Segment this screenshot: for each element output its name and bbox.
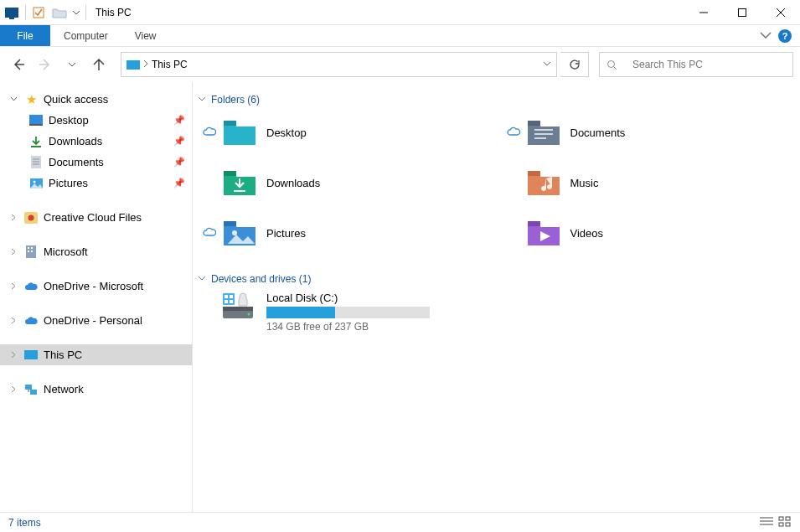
back-button[interactable] [7, 53, 30, 76]
svg-rect-7 [29, 115, 43, 124]
pin-icon: 📌 [173, 136, 185, 147]
pictures-icon [28, 176, 44, 191]
nav-quick-access[interactable]: ★ Quick access [0, 89, 192, 110]
nav-onedrive-personal[interactable]: OneDrive - Personal [0, 310, 192, 331]
forward-button[interactable] [34, 53, 57, 76]
navigation-pane: ★ Quick access Desktop 📌 Downloads 📌 Doc… [0, 82, 193, 512]
group-header-folders[interactable]: Folders (6) [193, 89, 788, 112]
nav-item-label: This PC [44, 349, 82, 361]
nav-creative-cloud[interactable]: Creative Cloud Files [0, 207, 192, 228]
nav-this-pc[interactable]: This PC [0, 344, 192, 365]
svg-rect-30 [534, 137, 546, 139]
large-icons-view-button[interactable] [778, 516, 792, 529]
nav-network[interactable]: Network [0, 379, 192, 400]
creative-cloud-icon [23, 210, 39, 225]
star-icon: ★ [23, 92, 39, 107]
folder-item-music[interactable]: Music [502, 163, 789, 203]
onedrive-icon [23, 279, 39, 294]
svg-rect-33 [224, 221, 236, 226]
nav-item-label: Microsoft [44, 245, 88, 258]
svg-rect-47 [779, 517, 783, 520]
refresh-button[interactable] [560, 52, 589, 77]
nav-quick-pictures[interactable]: Pictures 📌 [0, 173, 192, 194]
chevron-down-icon [68, 60, 76, 69]
breadcrumb-separator [143, 59, 148, 70]
drive-space-bar [266, 307, 430, 318]
nav-item-label: OneDrive - Microsoft [44, 280, 143, 292]
arrow-up-icon [92, 58, 106, 71]
group-header-label: Folders (6) [211, 94, 260, 106]
content-pane: Folders (6) Desktop Documents Downloads [193, 82, 800, 512]
svg-point-5 [608, 60, 615, 67]
close-button[interactable] [761, 0, 800, 25]
folder-item-desktop[interactable]: Desktop [198, 112, 485, 152]
search-input[interactable]: Search This PC [599, 52, 793, 77]
folder-label: Music [570, 177, 599, 189]
minimize-button[interactable] [684, 0, 723, 25]
nav-quick-downloads[interactable]: Downloads 📌 [0, 131, 192, 152]
up-button[interactable] [87, 53, 111, 76]
nav-item-label: Desktop [49, 114, 89, 127]
search-placeholder: Search This PC [632, 59, 703, 70]
details-view-button[interactable] [760, 516, 773, 529]
downloads-folder-icon [221, 168, 258, 198]
address-bar[interactable]: This PC [121, 52, 557, 77]
qat-properties-button[interactable] [28, 3, 49, 23]
svg-rect-40 [225, 295, 228, 298]
svg-rect-8 [29, 124, 43, 126]
address-dropdown-button[interactable] [543, 59, 551, 70]
nav-item-label: Quick access [44, 93, 108, 106]
nav-quick-documents[interactable]: Documents 📌 [0, 152, 192, 173]
navigation-toolbar: This PC Search This PC [0, 47, 800, 82]
drive-item-local-disk-c[interactable]: Local Disk (C:) 134 GB free of 237 GB [193, 292, 788, 333]
maximize-button[interactable] [723, 0, 761, 25]
chevron-right-icon [8, 317, 18, 324]
chevron-right-icon [8, 214, 18, 221]
ribbon-tab-computer[interactable]: Computer [50, 25, 121, 46]
music-folder-icon [525, 168, 562, 198]
folder-item-videos[interactable]: Videos [502, 213, 789, 253]
svg-rect-29 [534, 133, 553, 135]
svg-rect-32 [528, 171, 540, 176]
svg-rect-28 [534, 129, 553, 131]
nav-microsoft[interactable]: Microsoft [0, 241, 192, 262]
svg-rect-31 [224, 171, 236, 176]
breadcrumb-location[interactable]: This PC [152, 59, 188, 70]
svg-rect-20 [28, 251, 29, 252]
help-button[interactable]: ? [778, 29, 792, 43]
cloud-sync-icon [203, 127, 216, 138]
svg-line-6 [614, 66, 617, 70]
drive-space-text: 134 GB free of 237 GB [266, 321, 430, 333]
folder-item-downloads[interactable]: Downloads [198, 163, 485, 203]
chevron-down-icon [73, 9, 80, 16]
arrow-right-icon [39, 58, 52, 71]
chevron-down-icon [543, 59, 551, 68]
svg-rect-43 [230, 300, 233, 303]
nav-item-label: OneDrive - Personal [44, 314, 142, 327]
drive-label: Local Disk (C:) [266, 292, 430, 304]
folder-icon [52, 7, 67, 18]
folder-item-pictures[interactable]: Pictures [198, 213, 485, 253]
recent-locations-button[interactable] [60, 53, 84, 76]
desktop-folder-icon [221, 117, 258, 147]
folder-label: Documents [570, 127, 626, 139]
folder-label: Desktop [266, 127, 307, 139]
this-pc-icon [126, 60, 140, 70]
group-header-drives[interactable]: Devices and drives (1) [193, 268, 788, 292]
svg-rect-18 [28, 247, 29, 249]
window-title: This PC [95, 7, 132, 18]
qat-dropdown-button[interactable] [70, 3, 82, 23]
ribbon-collapse-button[interactable] [760, 32, 772, 40]
ribbon-file-tab[interactable]: File [0, 25, 50, 46]
quick-access-app-icon[interactable] [2, 3, 22, 23]
nav-onedrive-microsoft[interactable]: OneDrive - Microsoft [0, 276, 192, 297]
folder-item-documents[interactable]: Documents [502, 112, 789, 152]
nav-quick-desktop[interactable]: Desktop 📌 [0, 110, 192, 131]
qat-folder-button[interactable] [49, 3, 70, 23]
svg-rect-50 [786, 523, 790, 526]
svg-rect-19 [31, 247, 33, 249]
chevron-right-icon [8, 385, 18, 393]
title-bar: This PC [0, 0, 800, 25]
ribbon-tab-view[interactable]: View [121, 25, 170, 46]
documents-folder-icon [525, 117, 562, 147]
